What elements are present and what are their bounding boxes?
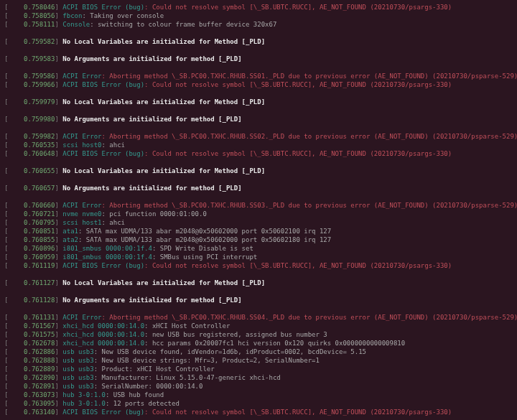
bracket-close: ] bbox=[55, 365, 62, 373]
log-line bbox=[4, 287, 513, 296]
log-source: usb usb3 bbox=[62, 365, 93, 373]
bracket-close: ] bbox=[55, 340, 62, 347]
log-message: : ahci bbox=[102, 219, 126, 226]
log-source: ACPI BIOS Error (bug) bbox=[62, 81, 144, 88]
bracket-close: ] bbox=[55, 55, 62, 62]
bracket-close: ] bbox=[55, 219, 62, 226]
timestamp-pad bbox=[8, 116, 24, 123]
timestamp-pad bbox=[8, 73, 24, 80]
log-message: : Product: xHCI Host Controller bbox=[94, 365, 215, 373]
timestamp-pad bbox=[8, 150, 24, 157]
bracket-close: ] bbox=[55, 202, 62, 209]
log-line: [ 0.762889] usb usb3: Product: xHCI Host… bbox=[4, 365, 513, 373]
timestamp: 0.758056 bbox=[24, 12, 55, 19]
bracket-close: ] bbox=[55, 98, 62, 106]
log-line: [ 0.760795] scsi host1: ahci bbox=[4, 218, 513, 227]
log-line bbox=[4, 123, 513, 132]
log-message: : 12 ports detected bbox=[106, 400, 180, 407]
timestamp-pad bbox=[8, 167, 24, 174]
log-message: : SATA max UDMA/133 abar m2048@0x5060200… bbox=[78, 236, 331, 243]
bracket-close: ] bbox=[55, 262, 62, 269]
acpi-notice: No Arguments are initialized for method … bbox=[62, 297, 241, 304]
log-message: : pci function 0000:01:00.0 bbox=[102, 210, 207, 218]
log-source: ACPI BIOS Error (bug) bbox=[62, 4, 144, 11]
timestamp: 0.762889 bbox=[24, 365, 55, 373]
log-line: [ 0.761131] ACPI Error: Aborting method … bbox=[4, 313, 513, 322]
log-line: [ 0.758111] Console: switching to colour… bbox=[4, 20, 513, 29]
bracket-close: ] bbox=[55, 322, 62, 330]
log-error-text: : Aborting method \_SB.PC00.TXHC.RHUB.SS… bbox=[102, 133, 518, 140]
log-message: : switching to colour frame buffer devic… bbox=[90, 21, 276, 28]
timestamp-pad bbox=[8, 4, 24, 11]
log-line: [ 0.759582] No Local Variables are initi… bbox=[4, 37, 513, 46]
timestamp: 0.760721 bbox=[24, 210, 55, 218]
log-line: [ 0.760959] i801_smbus 0000:00:1f.4: SMB… bbox=[4, 253, 513, 261]
log-line bbox=[4, 416, 513, 420]
bracket-close: ] bbox=[55, 73, 62, 80]
log-source: usb usb3 bbox=[62, 357, 93, 364]
log-line: [ 0.758056] fbcon: Taking over console bbox=[4, 11, 513, 20]
log-line: [ 0.761128] No Arguments are initialized… bbox=[4, 296, 513, 304]
log-error-text: : Aborting method \_SB.PC00.TXHC.RHUB.SS… bbox=[102, 202, 518, 209]
timestamp-pad bbox=[8, 141, 24, 149]
bracket-close: ] bbox=[55, 167, 62, 174]
timestamp: 0.759966 bbox=[24, 81, 55, 88]
timestamp-pad bbox=[8, 340, 24, 347]
log-message: : SPD Write Disable is set bbox=[152, 245, 253, 252]
timestamp: 0.760648 bbox=[24, 150, 55, 157]
log-line: [ 0.760851] ata1: SATA max UDMA/133 abar… bbox=[4, 227, 513, 235]
timestamp: 0.761567 bbox=[24, 322, 55, 330]
log-line: [ 0.761575] xhci_hcd 0000:00:14.0: new U… bbox=[4, 330, 513, 339]
log-line: [ 0.760655] No Local Variables are initi… bbox=[4, 167, 513, 175]
timestamp: 0.760896 bbox=[24, 245, 55, 252]
acpi-notice: No Local Variables are initialized for M… bbox=[62, 167, 265, 174]
bracket-close: ] bbox=[55, 297, 62, 304]
log-line: [ 0.762886] usb usb3: New USB device fou… bbox=[4, 347, 513, 356]
timestamp-pad bbox=[8, 55, 24, 62]
log-message: : USB hub found bbox=[106, 391, 164, 398]
log-line: [ 0.759979] No Local Variables are initi… bbox=[4, 98, 513, 106]
log-source: ACPI Error bbox=[62, 314, 101, 321]
timestamp: 0.762891 bbox=[24, 383, 55, 390]
timestamp-pad bbox=[8, 331, 24, 338]
timestamp: 0.760855 bbox=[24, 236, 55, 243]
log-source: usb usb3 bbox=[62, 383, 93, 390]
log-line: [ 0.762891] usb usb3: SerialNumber: 0000… bbox=[4, 382, 513, 391]
log-line: [ 0.759966] ACPI BIOS Error (bug): Could… bbox=[4, 80, 513, 89]
acpi-notice: No Local Variables are initialized for M… bbox=[62, 38, 265, 45]
bracket-close: ] bbox=[55, 4, 62, 11]
timestamp: 0.760851 bbox=[24, 228, 55, 235]
timestamp: 0.759586 bbox=[24, 73, 55, 80]
timestamp-pad bbox=[8, 357, 24, 364]
log-source: ata1 bbox=[62, 228, 78, 235]
timestamp-pad bbox=[8, 314, 24, 321]
timestamp-pad bbox=[8, 409, 24, 416]
log-message: : New USB device found, idVendor=1d6b, i… bbox=[94, 348, 366, 355]
log-source: ACPI Error bbox=[62, 202, 101, 209]
log-source: Console bbox=[62, 21, 90, 28]
timestamp: 0.763140 bbox=[24, 409, 55, 416]
log-source: hub 3-0:1.0 bbox=[62, 391, 106, 398]
log-line: [ 0.763140] ACPI BIOS Error (bug): Could… bbox=[4, 408, 513, 416]
log-line: [ 0.762888] usb usb3: New USB device str… bbox=[4, 356, 513, 365]
log-source: i801_smbus 0000:00:1f.4 bbox=[62, 245, 152, 252]
timestamp: 0.761131 bbox=[24, 314, 55, 321]
log-message: : ahci bbox=[102, 141, 126, 149]
timestamp-pad bbox=[8, 374, 24, 381]
log-line bbox=[4, 89, 513, 98]
timestamp-pad bbox=[8, 383, 24, 390]
log-line: [ 0.761119] ACPI BIOS Error (bug): Could… bbox=[4, 261, 513, 270]
timestamp: 0.761127 bbox=[24, 279, 55, 286]
timestamp: 0.759582 bbox=[24, 38, 55, 45]
acpi-notice: No Local Variables are initialized for M… bbox=[62, 98, 265, 106]
bracket-close: ] bbox=[55, 21, 62, 28]
timestamp-pad bbox=[8, 253, 24, 261]
log-source: ACPI BIOS Error (bug) bbox=[62, 262, 144, 269]
log-line: [ 0.759583] No Arguments are initialized… bbox=[4, 55, 513, 63]
kernel-log-output: [ 0.758046] ACPI BIOS Error (bug): Could… bbox=[4, 3, 513, 420]
log-error-text: : Could not resolve symbol [\_SB.UBTC.RU… bbox=[144, 409, 452, 416]
timestamp-pad bbox=[8, 348, 24, 355]
timestamp-pad bbox=[8, 133, 24, 140]
bracket-close: ] bbox=[55, 374, 62, 381]
timestamp-pad bbox=[8, 12, 24, 19]
